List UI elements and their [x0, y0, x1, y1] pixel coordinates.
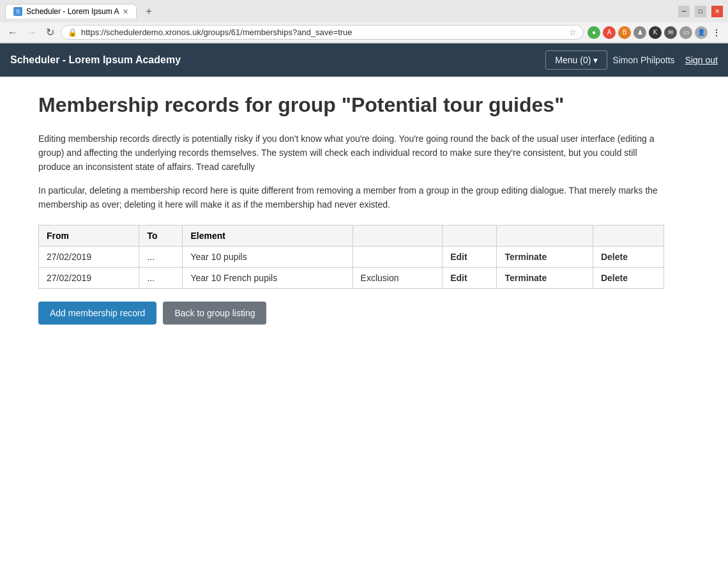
cell-terminate-button[interactable]: Terminate	[504, 273, 547, 283]
table-row: 27/02/2019...Year 10 pupilsEditTerminate…	[39, 246, 664, 267]
page-title: Membership records for group "Potential …	[38, 92, 664, 119]
sign-out-button[interactable]: Sign out	[685, 55, 718, 65]
close-button[interactable]: ✕	[711, 6, 723, 17]
extension-icon-6[interactable]: ✉	[664, 26, 677, 39]
url-text: https://schedulerdemo.xronos.uk/groups/6…	[81, 27, 565, 37]
cell-terminate[interactable]: Terminate	[497, 267, 593, 288]
cell-extra: Exclusion	[353, 267, 443, 288]
bookmark-icon[interactable]: ☆	[569, 27, 577, 37]
col-terminate	[497, 225, 593, 246]
extension-icon-2[interactable]: A	[603, 26, 616, 39]
forward-button[interactable]: →	[24, 26, 40, 40]
browser-tab: S Scheduler - Lorem Ipsum A ✕	[5, 4, 137, 19]
back-button[interactable]: ←	[5, 26, 20, 40]
extension-icon-3[interactable]: B	[618, 26, 631, 39]
col-from: From	[39, 225, 139, 246]
cell-delete[interactable]: Delete	[593, 246, 664, 267]
table-header-row: From To Element	[39, 225, 664, 246]
cell-delete-button[interactable]: Delete	[601, 273, 628, 283]
action-buttons: Add membership record Back to group list…	[38, 302, 664, 325]
extension-icon-7[interactable]: ▭	[679, 26, 692, 39]
cell-from: 27/02/2019	[39, 267, 139, 288]
cell-delete-button[interactable]: Delete	[601, 252, 628, 262]
window-controls: ─ □ ✕	[678, 6, 723, 17]
back-to-group-button[interactable]: Back to group listing	[163, 302, 266, 325]
menu-label: Menu (0)	[555, 55, 591, 65]
col-to: To	[139, 225, 183, 246]
browser-toolbar: ← → ↻ 🔒 https://schedulerdemo.xronos.uk/…	[0, 22, 728, 43]
tab-title: Scheduler - Lorem Ipsum A	[26, 7, 119, 16]
menu-button[interactable]: Menu (0) ▾	[545, 50, 607, 70]
col-delete	[593, 225, 664, 246]
col-edit	[443, 225, 497, 246]
tab-favicon: S	[13, 7, 22, 16]
extension-icon-4[interactable]: ♟	[633, 26, 646, 39]
cell-edit-button[interactable]: Edit	[450, 252, 467, 262]
cell-to: ...	[139, 246, 183, 267]
cell-terminate-button[interactable]: Terminate	[504, 252, 547, 262]
cell-from: 27/02/2019	[39, 246, 139, 267]
new-tab-button[interactable]: +	[142, 4, 155, 19]
browser-chrome: S Scheduler - Lorem Ipsum A ✕ + ─ □ ✕ ← …	[0, 0, 728, 43]
address-bar[interactable]: 🔒 https://schedulerdemo.xronos.uk/groups…	[61, 25, 584, 40]
app-header: Scheduler - Lorem Ipsum Academy Menu (0)…	[0, 43, 728, 77]
maximize-button[interactable]: □	[695, 6, 706, 17]
cell-edit[interactable]: Edit	[443, 267, 497, 288]
user-name: Simon Philpotts	[612, 55, 674, 65]
cell-delete[interactable]: Delete	[593, 267, 664, 288]
minimize-button[interactable]: ─	[678, 6, 690, 17]
extension-icon-5[interactable]: K	[649, 26, 662, 39]
browser-titlebar: S Scheduler - Lorem Ipsum A ✕ + ─ □ ✕	[0, 0, 728, 22]
main-content: Membership records for group "Potential …	[0, 77, 702, 340]
warning-text-2: In particular, deleting a membership rec…	[38, 183, 664, 212]
cell-element: Year 10 pupils	[183, 246, 353, 267]
browser-toolbar-icons: ● A B ♟ K ✉ ▭ 👤 ⋮	[588, 26, 723, 39]
col-extra	[353, 225, 443, 246]
cell-element: Year 10 French pupils	[183, 267, 353, 288]
app-title: Scheduler - Lorem Ipsum Academy	[10, 54, 545, 66]
table-row: 27/02/2019...Year 10 French pupilsExclus…	[39, 267, 664, 288]
browser-menu-icon[interactable]: ⋮	[710, 26, 723, 39]
user-profile-icon[interactable]: 👤	[695, 26, 708, 39]
cell-terminate[interactable]: Terminate	[497, 246, 593, 267]
lock-icon: 🔒	[68, 28, 77, 37]
cell-extra	[353, 246, 443, 267]
cell-edit-button[interactable]: Edit	[450, 273, 467, 283]
add-membership-button[interactable]: Add membership record	[38, 302, 156, 325]
extension-icon-1[interactable]: ●	[588, 26, 600, 39]
reload-button[interactable]: ↻	[43, 25, 57, 40]
col-element: Element	[183, 225, 353, 246]
membership-table: From To Element 27/02/2019...Year 10 pup…	[38, 225, 664, 289]
menu-chevron-icon: ▾	[593, 55, 598, 65]
cell-to: ...	[139, 267, 183, 288]
tab-close-button[interactable]: ✕	[123, 8, 128, 16]
warning-text-1: Editing membership records directly is p…	[38, 132, 664, 174]
cell-edit[interactable]: Edit	[443, 246, 497, 267]
